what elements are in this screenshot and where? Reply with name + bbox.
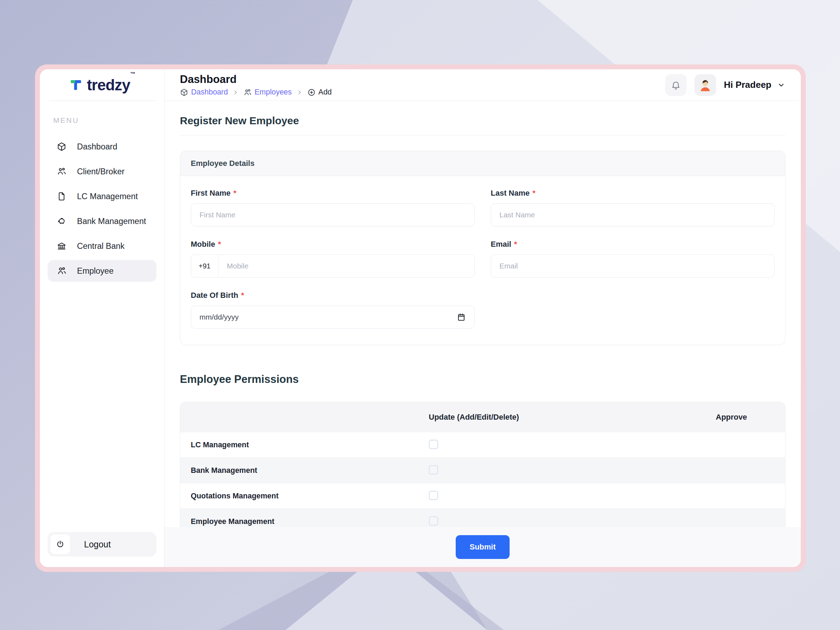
user-greeting: Hi Pradeep: [724, 79, 771, 90]
user-menu[interactable]: Hi Pradeep: [724, 79, 785, 90]
email-input[interactable]: [491, 254, 775, 278]
tredzy-t-logo-icon: [69, 78, 83, 92]
dob-field-group: Date Of Birth * mm/dd/yyyy: [191, 291, 475, 328]
last-name-input[interactable]: [491, 203, 775, 226]
submit-button[interactable]: Submit: [456, 535, 510, 559]
breadcrumb-dashboard[interactable]: Dashboard: [180, 88, 228, 96]
logout-label: Logout: [84, 539, 111, 549]
approve-column-header: Approve: [716, 413, 785, 422]
chevron-down-icon: [777, 81, 785, 89]
required-asterisk: *: [234, 189, 237, 198]
chevron-right-icon: [232, 89, 239, 96]
first-name-label: First Name *: [191, 189, 475, 198]
update-column-header: Update (Add/Edit/Delete): [429, 413, 716, 422]
update-checkbox[interactable]: [429, 465, 438, 475]
mobile-input-group: +91: [191, 254, 475, 278]
sidebar-item-label: Client/Broker: [77, 167, 125, 177]
required-asterisk: *: [218, 240, 221, 249]
document-icon: [57, 191, 66, 201]
sidebar-item-label: Dashboard: [77, 142, 117, 152]
avatar[interactable]: [695, 74, 716, 96]
users-icon: [57, 266, 66, 276]
sidebar-item-label: Employee: [77, 266, 114, 276]
permissions-table: Update (Add/Edit/Delete) Approve LC Mana…: [180, 402, 785, 527]
sidebar-menu: Dashboard Client/Broker: [40, 136, 164, 282]
cube-icon: [57, 142, 66, 152]
permission-row-label: Employee Management: [191, 517, 429, 526]
power-icon: [56, 540, 65, 549]
calendar-icon[interactable]: [457, 313, 466, 322]
people-icon: [57, 167, 66, 177]
required-asterisk: *: [532, 189, 535, 198]
update-checkbox[interactable]: [429, 440, 438, 449]
breadcrumb: Dashboard Employees: [180, 88, 332, 96]
sidebar-item-label: Central Bank: [77, 242, 125, 251]
sidebar-item-label: Bank Management: [77, 217, 146, 226]
permission-row-bank-management: Bank Management: [180, 458, 785, 483]
header-titles: Dashboard Dashboard: [180, 73, 332, 96]
app-window-inner: tredzy™ MENU Dashboard: [40, 69, 801, 567]
dob-label: Date Of Birth *: [191, 291, 475, 300]
sidebar-item-employee[interactable]: Employee: [47, 260, 156, 282]
breadcrumb-label: Dashboard: [191, 88, 228, 96]
email-field-group: Email *: [491, 240, 775, 278]
sidebar-item-central-bank[interactable]: Central Bank: [47, 235, 156, 257]
sidebar-item-dashboard[interactable]: Dashboard: [47, 136, 156, 158]
update-checkbox[interactable]: [429, 491, 438, 500]
first-name-input[interactable]: [191, 203, 475, 226]
sidebar: tredzy™ MENU Dashboard: [40, 69, 164, 567]
title-divider: [180, 135, 785, 136]
logout-button[interactable]: Logout: [47, 532, 156, 556]
menu-section-label: MENU: [53, 116, 164, 125]
bell-icon: [671, 80, 681, 90]
update-checkbox[interactable]: [429, 516, 438, 526]
required-asterisk: *: [514, 240, 517, 249]
brand-logo[interactable]: tredzy™: [40, 69, 164, 101]
mobile-field-group: Mobile * +91: [191, 240, 475, 278]
cube-icon: [180, 88, 188, 96]
header-actions: Hi Pradeep: [665, 74, 785, 96]
person-avatar-icon: [698, 77, 713, 93]
piggy-bank-icon: [57, 216, 66, 226]
sidebar-item-client-broker[interactable]: Client/Broker: [47, 161, 156, 182]
sidebar-item-lc-management[interactable]: LC Management: [47, 185, 156, 207]
brand-name: tredzy: [87, 76, 130, 93]
main-area: Dashboard Dashboard: [164, 69, 801, 567]
permissions-header-row: Update (Add/Edit/Delete) Approve: [180, 402, 785, 432]
country-code-prefix: +91: [191, 255, 218, 277]
page-header-title: Dashboard: [180, 73, 332, 86]
form-footer: Submit: [164, 527, 801, 567]
page-title: Register New Employee: [180, 115, 785, 127]
notifications-button[interactable]: [665, 74, 687, 96]
main-header: Dashboard Dashboard: [164, 69, 801, 101]
breadcrumb-label: Employees: [254, 88, 292, 96]
sidebar-item-label: LC Management: [77, 192, 138, 201]
permission-row-label: Bank Management: [191, 466, 429, 475]
users-icon: [243, 88, 252, 96]
email-label: Email *: [491, 240, 775, 249]
required-asterisk: *: [241, 291, 244, 300]
bank-icon: [57, 241, 66, 251]
employee-details-card-title: Employee Details: [180, 151, 785, 176]
chevron-right-icon: [296, 89, 303, 96]
permission-row-employee-management: Employee Management: [180, 509, 785, 527]
breadcrumb-employees[interactable]: Employees: [243, 88, 292, 96]
mobile-input[interactable]: [218, 255, 474, 277]
sidebar-spacer: [40, 282, 164, 532]
permission-row-lc-management: LC Management: [180, 432, 785, 458]
dob-placeholder: mm/dd/yyyy: [199, 313, 239, 321]
breadcrumb-add[interactable]: Add: [307, 88, 332, 96]
mobile-label: Mobile *: [191, 240, 475, 249]
app-window: tredzy™ MENU Dashboard: [35, 65, 806, 572]
plus-circle-icon: [307, 88, 316, 96]
employee-details-card: Employee Details First Name * Last Name: [180, 151, 785, 345]
content-area: Register New Employee Employee Details F…: [164, 101, 801, 527]
first-name-field-group: First Name *: [191, 189, 475, 226]
permissions-title: Employee Permissions: [180, 373, 785, 386]
dob-input[interactable]: mm/dd/yyyy: [191, 306, 475, 328]
permission-row-quotations-management: Quotations Management: [180, 483, 785, 509]
last-name-label: Last Name *: [491, 189, 775, 198]
employee-details-form: First Name * Last Name *: [180, 176, 785, 345]
sidebar-item-bank-management[interactable]: Bank Management: [47, 210, 156, 232]
last-name-field-group: Last Name *: [491, 189, 775, 226]
